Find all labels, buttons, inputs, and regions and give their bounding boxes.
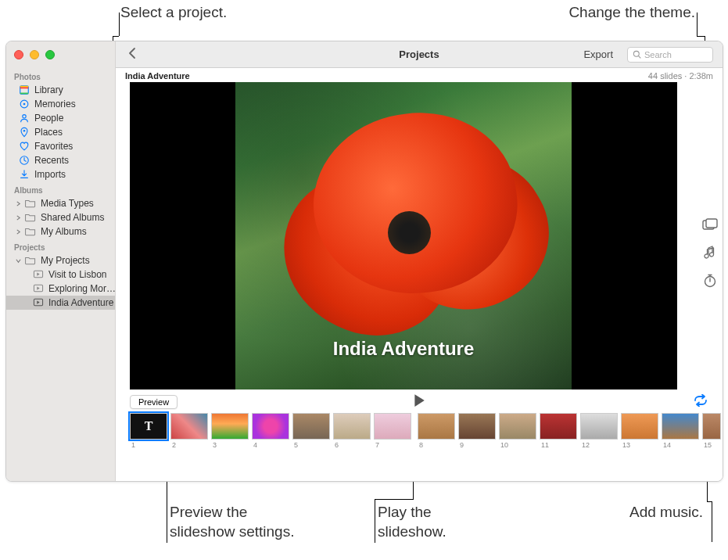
thumb-number: 12 [580,441,590,449]
sidebar-item-imports[interactable]: Imports [6,167,115,181]
zoom-window-button[interactable] [45,50,55,59]
svg-rect-3 [20,86,29,88]
window-controls [14,50,55,59]
thumb-14[interactable] [662,413,699,440]
thumb-number: 6 [333,441,339,449]
callout-line [712,501,712,542]
minimize-window-button[interactable] [30,50,39,59]
sidebar-item-label: My Projects [41,255,90,266]
thumb-7[interactable] [374,413,411,440]
sidebar-item-label: Exploring Mor… [48,283,116,294]
thumb-number: 13 [621,441,630,449]
sidebar-section-photos: Photos [6,68,115,83]
thumb-9[interactable] [458,413,496,440]
callout-line [697,13,698,36]
sidebar-item-label: Media Types [41,198,94,209]
sidebar-item-places[interactable]: Places [6,125,115,139]
project-title: India Adventure [125,71,190,81]
sidebar-project-visit-lisbon[interactable]: Visit to Lisbon [6,267,115,282]
thumb-11[interactable] [540,413,577,440]
svg-line-1 [639,56,641,59]
callout-line [119,13,120,36]
heart-icon [19,141,30,152]
thumb-3[interactable] [211,413,249,440]
sidebar-item-label: India Adventure [48,297,113,308]
sidebar-item-my-albums[interactable]: My Albums [6,224,115,239]
places-icon [19,127,30,138]
play-button[interactable] [413,393,425,411]
thumb-number: 11 [540,441,549,449]
thumb-12[interactable] [580,413,618,440]
slideshow-icon [33,297,44,308]
chevron-right-icon [16,229,22,235]
thumb-6[interactable] [333,413,371,440]
thumb-1[interactable]: T [130,413,167,440]
sidebar-item-media-types[interactable]: Media Types [6,196,115,210]
thumb-15[interactable] [702,413,721,440]
main-content: India Adventure 44 slides · 2:38m India … [116,68,723,481]
thumb-5[interactable] [292,413,330,440]
play-icon [413,393,425,407]
sidebar: Photos Library Memories People Places Fa… [6,41,116,481]
slideshow-icon [33,269,44,280]
svg-point-7 [23,103,26,106]
sidebar-item-label: Library [34,84,63,95]
svg-point-8 [23,115,26,118]
thumb-4[interactable] [252,413,289,440]
callout-line [113,36,119,37]
close-window-button[interactable] [14,50,23,59]
theme-button[interactable] [702,217,718,232]
thumb-8[interactable] [418,413,455,440]
callout-line [375,499,414,500]
svg-point-0 [633,51,639,56]
thumb-number: 8 [418,441,423,449]
sidebar-item-label: Recents [34,155,69,166]
export-button[interactable]: Export [577,47,619,62]
sidebar-item-label: My Albums [41,226,87,237]
sidebar-item-memories[interactable]: Memories [6,97,115,111]
music-button[interactable] [702,245,718,260]
thumb-number: 1 [130,441,135,449]
sidebar-item-my-projects[interactable]: My Projects [6,253,115,267]
thumb-number: 4 [252,441,257,449]
slideshow-stage[interactable]: India Adventure [130,82,677,389]
slide-title-overlay: India Adventure [130,338,677,360]
loop-icon [693,394,708,407]
duration-button[interactable] [702,273,718,289]
preview-button[interactable]: Preview [130,395,178,409]
sidebar-item-people[interactable]: People [6,111,115,125]
thumb-10[interactable] [499,413,536,440]
thumb-number: 10 [499,441,508,449]
thumb-13[interactable] [621,413,658,440]
loop-button[interactable] [693,394,708,410]
sidebar-item-favorites[interactable]: Favorites [6,139,115,153]
sidebar-item-recents[interactable]: Recents [6,153,115,167]
callout-line [375,499,375,543]
callout-play: Play the slideshow. [378,503,446,541]
back-button[interactable] [128,47,136,63]
thumb-2[interactable] [170,413,208,440]
toolbar-title: Projects [399,48,439,60]
callout-line [697,36,705,37]
library-icon [19,84,30,95]
sidebar-item-label: Memories [34,99,76,109]
sidebar-project-india-adventure[interactable]: India Adventure [6,296,115,310]
callout-add-music: Add music. [629,503,703,522]
search-icon [633,50,641,59]
sidebar-item-shared-albums[interactable]: Shared Albums [6,210,115,224]
callout-change-theme: Change the theme. [568,3,695,23]
sidebar-project-exploring-mor[interactable]: Exploring Mor… [6,282,115,296]
stopwatch-icon [703,274,717,288]
theme-icon [702,218,718,231]
svg-rect-15 [706,219,717,228]
thumb-number: 15 [702,441,712,449]
thumb-number: 7 [374,441,379,449]
photos-window: Projects Export Search Photos Library Me… [5,41,723,482]
project-header: India Adventure 44 slides · 2:38m [116,68,723,82]
project-status: 44 slides · 2:38m [648,71,713,81]
search-input[interactable]: Search [627,47,713,63]
filmstrip[interactable]: T1 2 3 4 5 6 7 8 9 10 11 12 13 14 15 [116,413,723,454]
search-placeholder: Search [644,50,672,59]
thumb-number: 14 [662,441,671,449]
sidebar-item-library[interactable]: Library [6,83,115,97]
